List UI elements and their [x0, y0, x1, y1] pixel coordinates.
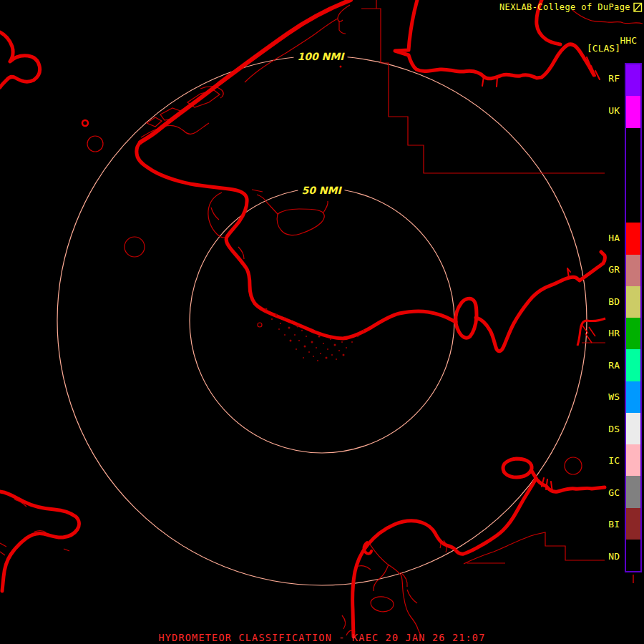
coast-dot: [340, 66, 342, 68]
river-thin: [401, 572, 417, 603]
coastline-thick-layer: [0, 0, 605, 637]
lake-ring-southeast: [503, 459, 536, 478]
coast-arc-northwest: [140, 0, 351, 142]
river-fork: [577, 318, 605, 346]
legend-swatch-gap3: [626, 160, 640, 191]
legend-label-HR: HR: [608, 327, 620, 340]
legend-label-GC: GC: [608, 487, 620, 499]
legend-swatch-RF: [626, 64, 640, 96]
river-thin: [369, 543, 421, 635]
radar-display: NEXLAB-College of DuPage HHC [CLAS] 100 …: [0, 0, 644, 644]
river-thin: [356, 566, 371, 570]
lake-circle: [258, 323, 262, 327]
legend-label-BI: BI: [608, 518, 620, 531]
border-path: [464, 532, 605, 564]
range-label-50nmi: 50 NMI: [298, 185, 344, 196]
river-path: [582, 326, 595, 343]
county-border-lines: [361, 0, 605, 564]
product-caption: HYDROMETEOR CLASSIFICATION - KAEC 20 JAN…: [0, 632, 644, 643]
site-title: NEXLAB-College of DuPage: [499, 2, 630, 12]
legend-swatch-GR: [626, 255, 640, 286]
range-rings: [57, 56, 587, 585]
coast-southwest: [0, 492, 79, 591]
radar-map-canvas: [0, 0, 644, 644]
legend-label-UK: UK: [608, 104, 620, 117]
lagoon-outline: [208, 192, 230, 238]
product-class-label: [CLAS]: [587, 43, 620, 54]
legend-swatch-gap4: [626, 191, 640, 223]
lake-circle: [87, 136, 103, 152]
border-path: [361, 0, 605, 173]
coast-thin: [245, 5, 350, 82]
legend-label-RA: RA: [608, 359, 620, 372]
legend-swatch-GC: [626, 476, 640, 507]
legend-label-IC: IC: [608, 454, 620, 467]
legend-label-DS: DS: [608, 423, 620, 436]
legend-swatch-UK: [626, 96, 640, 127]
legend-label-HA: HA: [608, 232, 620, 245]
small-lake-circle: [82, 120, 88, 126]
product-code-label: HHC: [620, 35, 637, 46]
legend-label-ND: ND: [608, 550, 620, 563]
legend-label-GR: GR: [608, 263, 620, 276]
header: NEXLAB-College of DuPage: [499, 2, 643, 12]
legend-swatch-IC: [626, 444, 640, 476]
legend-label-RF: RF: [608, 72, 620, 85]
legend-swatch-ND: [626, 540, 640, 571]
legend-swatch-DS: [626, 413, 640, 444]
coastline-thin-layer: [0, 5, 643, 635]
coast-main-east: [476, 252, 605, 351]
lake-outline: [252, 190, 328, 235]
coast-spur: [482, 57, 600, 87]
annotation-box-icon: [633, 2, 643, 12]
lake-circle: [125, 237, 145, 257]
legend-label-BD: BD: [608, 296, 620, 308]
legend-bar: [625, 63, 642, 572]
legend-swatch-HR: [626, 318, 640, 349]
coast-northwest-blob: [0, 32, 40, 87]
range-ring-50nmi: [190, 188, 454, 453]
legend-label-WS: WS: [608, 391, 620, 404]
legend-swatch-RA: [626, 349, 640, 381]
river-thin: [371, 597, 394, 612]
coast-island-loop: [456, 298, 477, 338]
legend-swatch-WS: [626, 381, 640, 413]
range-label-100nmi: 100 NMI: [294, 51, 348, 62]
legend-swatch-BI: [626, 508, 640, 540]
range-ring-100nmi: [57, 56, 587, 585]
legend-swatch-gap2: [626, 128, 640, 160]
island-outline: [147, 117, 162, 127]
legend-swatch-BD: [626, 286, 640, 318]
legend-swatch-HA: [626, 223, 640, 254]
lake-circle: [565, 457, 582, 474]
coast-main: [137, 142, 456, 338]
